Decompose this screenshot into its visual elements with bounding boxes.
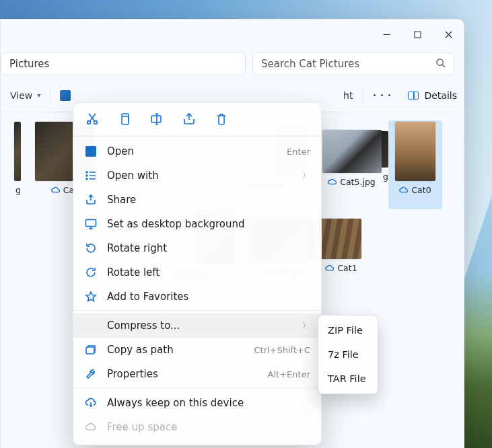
copy-path-icon bbox=[84, 343, 98, 357]
menu-label: Set as desktop background bbox=[107, 218, 310, 230]
share-icon[interactable] bbox=[182, 112, 196, 128]
menu-properties[interactable]: Properties Alt+Enter bbox=[73, 362, 321, 386]
svg-point-9 bbox=[87, 148, 90, 150]
thumbnail bbox=[322, 130, 382, 173]
details-view-toggle[interactable]: Details bbox=[408, 90, 457, 101]
svg-point-5 bbox=[94, 121, 98, 124]
search-placeholder: Search Cat Pictures bbox=[261, 58, 359, 70]
menu-open[interactable]: Open Enter bbox=[73, 139, 321, 163]
view-label: View bbox=[10, 90, 32, 101]
list-icon bbox=[84, 169, 98, 182]
menu-label: Share bbox=[107, 194, 310, 206]
details-icon bbox=[408, 91, 419, 100]
address-bar[interactable]: Pictures bbox=[1, 52, 246, 75]
view-dropdown[interactable]: View ▾ bbox=[7, 87, 43, 104]
share-icon bbox=[84, 193, 98, 207]
menu-label: Open bbox=[107, 145, 277, 157]
submenu-label: TAR File bbox=[328, 373, 366, 384]
compress-submenu: ZIP File 7z File TAR File bbox=[318, 315, 378, 394]
address-search-row: Pictures Search Cat Pictures bbox=[1, 49, 464, 79]
svg-rect-14 bbox=[86, 347, 94, 354]
menu-label: Copy as path bbox=[107, 344, 244, 356]
menu-rotate-right[interactable]: Rotate right bbox=[73, 236, 321, 260]
menu-accel: Enter bbox=[287, 147, 310, 157]
copy-icon[interactable] bbox=[118, 112, 131, 128]
search-icon bbox=[435, 58, 446, 71]
title-bar bbox=[1, 20, 464, 49]
submenu-label: ZIP File bbox=[328, 325, 363, 336]
menu-accel: Alt+Enter bbox=[268, 369, 310, 379]
menu-label: Add to Favorites bbox=[107, 291, 310, 303]
file-name: Cat1 bbox=[325, 263, 357, 273]
menu-label: Rotate right bbox=[107, 242, 310, 254]
menu-free-up-space: Free up space bbox=[73, 415, 321, 439]
separator bbox=[50, 87, 50, 104]
menu-accel: Ctrl+Shift+C bbox=[254, 345, 310, 355]
context-menu-toolbar bbox=[73, 107, 321, 135]
context-menu: Open Enter Open with 〉 Share Set as desk… bbox=[73, 102, 322, 445]
file-name: g bbox=[15, 185, 21, 195]
file-name: Cat0 bbox=[399, 185, 431, 195]
menu-label: Properties bbox=[107, 368, 258, 380]
minimize-button[interactable] bbox=[371, 20, 402, 48]
separator bbox=[362, 87, 363, 104]
cloud-icon bbox=[51, 186, 61, 195]
desktop-icon bbox=[84, 217, 98, 231]
menu-always-keep[interactable]: Always keep on this device bbox=[73, 391, 321, 415]
star-icon bbox=[84, 290, 98, 303]
svg-point-12 bbox=[86, 178, 87, 180]
menu-set-background[interactable]: Set as desktop background bbox=[73, 212, 321, 236]
menu-separator bbox=[73, 387, 321, 388]
rename-icon[interactable] bbox=[150, 112, 164, 128]
menu-rotate-left[interactable]: Rotate left bbox=[73, 260, 321, 285]
svg-line-3 bbox=[442, 65, 445, 67]
cloud-icon bbox=[84, 420, 98, 434]
menu-label: Rotate left bbox=[107, 266, 310, 278]
file-item-selected[interactable]: Cat0 bbox=[388, 120, 442, 209]
rotate-right-icon bbox=[84, 241, 98, 255]
rotate-left-icon bbox=[84, 266, 98, 279]
menu-label: Compress to... bbox=[107, 320, 293, 332]
submenu-7z[interactable]: 7z File bbox=[318, 342, 378, 367]
cut-icon[interactable] bbox=[85, 112, 99, 128]
breadcrumb-segment[interactable]: Pictures bbox=[9, 58, 49, 70]
chevron-right-icon: 〉 bbox=[302, 170, 310, 182]
submenu-label: 7z File bbox=[328, 349, 359, 360]
cloud-icon bbox=[328, 178, 337, 187]
maximize-button[interactable] bbox=[402, 20, 433, 48]
svg-rect-13 bbox=[86, 220, 96, 227]
thumbnail bbox=[395, 122, 435, 181]
menu-open-with[interactable]: Open with 〉 bbox=[73, 163, 321, 188]
wrench-icon bbox=[84, 367, 98, 381]
menu-label: Free up space bbox=[107, 421, 310, 433]
desktop-wallpaper-hill bbox=[462, 195, 492, 448]
menu-copy-path[interactable]: Copy as path Ctrl+Shift+C bbox=[73, 338, 321, 362]
details-label: Details bbox=[424, 90, 457, 101]
chevron-right-icon: 〉 bbox=[302, 320, 310, 332]
menu-add-favorites[interactable]: Add to Favorites bbox=[73, 285, 321, 309]
cloud-icon bbox=[399, 186, 409, 195]
delete-icon[interactable] bbox=[215, 112, 228, 128]
submenu-zip[interactable]: ZIP File bbox=[318, 318, 378, 342]
svg-point-2 bbox=[437, 59, 443, 65]
svg-point-10 bbox=[86, 172, 87, 173]
file-item[interactable]: Cat1 bbox=[314, 209, 368, 298]
menu-compress[interactable]: Compress to... 〉 bbox=[73, 313, 321, 338]
picture-icon bbox=[60, 90, 71, 101]
menu-label: Open with bbox=[107, 170, 293, 182]
file-item[interactable]: g bbox=[1, 120, 21, 209]
cloud-download-icon bbox=[84, 396, 98, 410]
search-input[interactable]: Search Cat Pictures bbox=[252, 52, 454, 75]
menu-separator bbox=[73, 310, 321, 311]
cloud-icon bbox=[325, 264, 335, 273]
submenu-tar[interactable]: TAR File bbox=[318, 367, 378, 391]
menu-share[interactable]: Share bbox=[73, 188, 321, 212]
more-button[interactable] bbox=[370, 91, 394, 99]
toolbar-item-obscured[interactable] bbox=[57, 87, 73, 104]
close-button[interactable] bbox=[433, 20, 464, 48]
file-name: Cat5.jpg bbox=[328, 177, 376, 187]
truncated-label: ht bbox=[343, 90, 353, 101]
thumbnail bbox=[321, 219, 361, 259]
toolbar-item-truncated[interactable]: ht bbox=[341, 87, 355, 104]
chevron-down-icon: ▾ bbox=[37, 91, 40, 99]
